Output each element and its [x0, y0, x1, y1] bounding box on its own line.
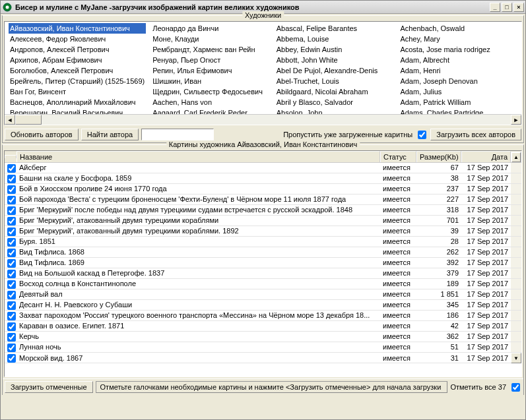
table-row[interactable]: Буря. 1851имеется2817 Sep 2017 — [5, 237, 521, 247]
scroll-track[interactable] — [511, 342, 521, 352]
artist-item[interactable]: Рембрандт, Харменс ван Рейн — [151, 44, 270, 55]
close-button[interactable]: × — [513, 3, 524, 12]
artists-listbox[interactable]: Айвазовский, Иван КонстантиновичАлексеев… — [4, 21, 522, 125]
row-checkbox[interactable] — [7, 175, 16, 183]
scroll-track[interactable] — [511, 321, 521, 331]
artist-item[interactable]: Abbey, Edwin Austin — [275, 44, 394, 55]
table-row[interactable]: Керчьимеется36217 Sep 2017 — [5, 332, 521, 342]
artist-item[interactable]: Брейгель, Питер (Старший) (1525-1569) — [9, 76, 146, 86]
col-name[interactable]: Название — [16, 151, 380, 162]
scroll-track[interactable] — [511, 311, 521, 320]
paintings-table[interactable]: Название Статус Размер(Kb) Дата ▲ Айсбер… — [4, 150, 522, 377]
scroll-track[interactable] — [511, 184, 521, 194]
scroll-track[interactable] — [511, 289, 521, 299]
col-date[interactable]: Дата — [461, 151, 511, 162]
row-checkbox[interactable] — [7, 217, 16, 225]
scroll-down-button[interactable]: ▼ — [511, 353, 521, 363]
artist-item[interactable]: Леонардо да Винчи — [151, 23, 270, 34]
table-row[interactable]: Бриг 'Меркурий', атакованный двумя турец… — [5, 226, 521, 237]
row-checkbox[interactable] — [7, 291, 16, 299]
table-row[interactable]: Вид Тифлиса. 1869имеется39217 Sep 2017 — [5, 258, 521, 268]
artist-item[interactable]: Acosta, Jose maria rodrigez — [399, 44, 517, 55]
artist-item[interactable]: Adam, Joseph Denovan — [399, 76, 517, 86]
artist-item[interactable]: Abel-Truchet, Louis — [275, 76, 394, 86]
scroll-track[interactable] — [511, 300, 521, 310]
artist-item[interactable]: Abbott, John White — [275, 55, 394, 65]
table-row[interactable]: Лунная ночьимеется5117 Sep 2017 — [5, 342, 521, 353]
scroll-track[interactable] — [511, 226, 521, 236]
scroll-track[interactable] — [511, 258, 521, 268]
artist-item[interactable]: Айвазовский, Иван Константинович — [9, 23, 146, 34]
scroll-track[interactable] — [511, 205, 521, 215]
artist-item[interactable]: Abril y Blasco, Salvador — [275, 97, 394, 107]
row-checkbox[interactable] — [7, 259, 16, 268]
table-row[interactable]: Бой в Хиосском проливе 24 июня 1770 года… — [5, 184, 521, 195]
table-row[interactable]: Айсбергимеется6717 Sep 2017 — [5, 163, 521, 173]
artist-item[interactable]: Abascal, Felipe Barantes — [275, 23, 394, 34]
row-checkbox[interactable] — [7, 322, 16, 331]
scroll-right-button[interactable]: ► — [511, 115, 521, 125]
artist-item[interactable]: Adam, Julius — [399, 86, 517, 97]
row-checkbox[interactable] — [7, 301, 16, 310]
row-checkbox[interactable] — [7, 249, 16, 257]
artists-h-scrollbar[interactable]: ◄ ► — [5, 114, 521, 125]
table-row[interactable]: Вид на Большой каскад в Петергофе. 1837и… — [5, 268, 521, 279]
artist-item[interactable]: Adam, Patrick William — [399, 97, 517, 107]
table-row[interactable]: Восход солнца в Константинополеимеется18… — [5, 279, 521, 289]
artist-item[interactable]: Adam, Henri — [399, 65, 517, 76]
scroll-track[interactable] — [511, 332, 521, 342]
artist-item[interactable]: Щедрин, Сильвестр Федосьевич — [151, 86, 270, 97]
scroll-track[interactable] — [511, 279, 521, 289]
table-row[interactable]: Девятый валимеется1 85117 Sep 2017 — [5, 289, 521, 300]
row-checkbox[interactable] — [7, 227, 16, 236]
artist-item[interactable]: Андропов, Алексей Петрович — [9, 44, 146, 55]
scroll-track[interactable] — [511, 163, 521, 173]
row-checkbox[interactable] — [7, 238, 16, 247]
mark-all-checkbox[interactable] — [511, 383, 520, 392]
table-row[interactable]: Вид Тифлиса. 1868имеется26217 Sep 2017 — [5, 247, 521, 258]
artist-item[interactable]: Achenbach, Oswald — [399, 23, 517, 34]
scroll-track[interactable] — [15, 115, 511, 125]
refresh-authors-button[interactable]: Обновить авторов — [5, 129, 79, 140]
table-row[interactable]: Башни на скале у Босфора. 1859имеется381… — [5, 173, 521, 184]
row-checkbox[interactable] — [7, 344, 16, 352]
artist-item[interactable]: Шишкин, Иван — [151, 76, 270, 86]
col-status[interactable]: Статус — [380, 151, 416, 162]
scroll-left-button[interactable]: ◄ — [5, 115, 15, 125]
minimize-button[interactable]: _ — [490, 3, 500, 12]
load-checked-button[interactable]: Загрузить отмеченные — [5, 381, 93, 393]
artist-item[interactable]: Adam, Albrecht — [399, 55, 517, 65]
scroll-track[interactable] — [511, 195, 521, 204]
col-size[interactable]: Размер(Kb) — [416, 151, 461, 162]
table-row[interactable]: Морской вид. 1867имеется3117 Sep 2017▼ — [5, 353, 521, 363]
row-checkbox[interactable] — [7, 333, 16, 342]
scroll-track[interactable] — [511, 268, 521, 278]
scroll-track[interactable] — [511, 216, 521, 225]
table-row[interactable]: Бриг 'Меркурий' после победы над двумя т… — [5, 205, 521, 216]
scroll-up-button[interactable]: ▲ — [511, 152, 521, 162]
row-checkbox[interactable] — [7, 196, 16, 204]
artist-item[interactable]: Боголюбов, Алексей Петрович — [9, 65, 146, 76]
artist-item[interactable]: Aachen, Hans von — [151, 97, 270, 107]
skip-loaded-checkbox[interactable] — [418, 131, 426, 139]
artist-item[interactable]: Abbema, Louise — [275, 34, 394, 44]
artist-item[interactable]: Репин, Илья Ефимович — [151, 65, 270, 76]
row-checkbox[interactable] — [7, 270, 16, 278]
artist-item[interactable]: Архипов, Абрам Ефимович — [9, 55, 146, 65]
row-checkbox[interactable] — [7, 206, 16, 215]
artist-item[interactable]: Ван Гог, Винсент — [9, 86, 146, 97]
find-author-input[interactable] — [141, 129, 214, 140]
artist-item[interactable]: Моне, Клауди — [151, 34, 270, 44]
scroll-track[interactable] — [511, 237, 521, 247]
table-row[interactable]: Бриг 'Меркурий', атакованный двумя турец… — [5, 216, 521, 226]
scroll-thumb[interactable] — [15, 115, 42, 125]
row-checkbox[interactable] — [7, 280, 16, 289]
artist-item[interactable]: Abel De Pujol, Alexandre-Denis — [275, 65, 394, 76]
row-checkbox[interactable] — [7, 354, 16, 363]
artist-item[interactable]: Abildgaard, Nicolai Abraham — [275, 86, 394, 97]
table-row[interactable]: Захват пароходом 'Россия' турецкого воен… — [5, 311, 521, 321]
artist-item[interactable]: Ренуар, Пьер Огюст — [151, 55, 270, 65]
find-author-button[interactable]: Найти автора — [81, 129, 139, 140]
table-row[interactable]: Десант Н. Н. Раевского у Субашиимеется34… — [5, 300, 521, 311]
scroll-track[interactable] — [511, 247, 521, 257]
